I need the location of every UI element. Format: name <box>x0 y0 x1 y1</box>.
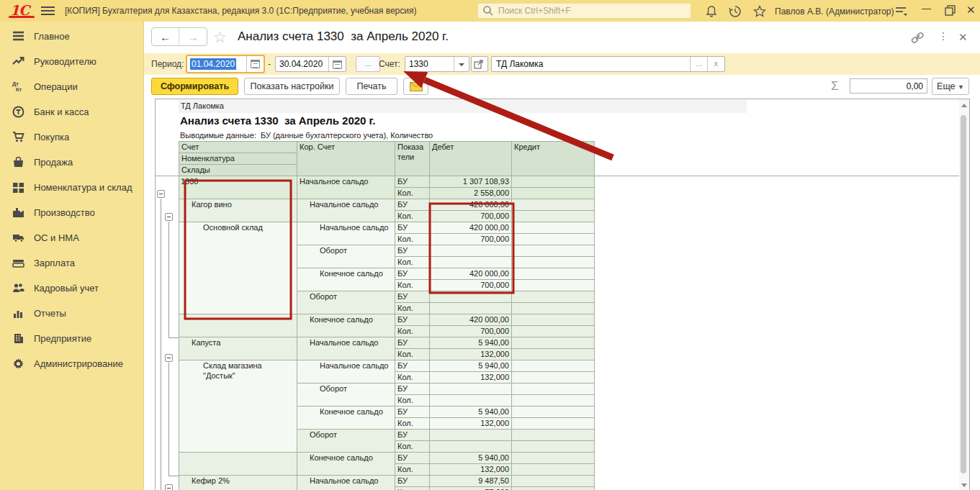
current-user[interactable]: Павлов А.В. (Администратор) <box>775 6 894 17</box>
sidebar-item-11[interactable]: Кадровый учет <box>0 282 144 301</box>
date-from-value: 01.04.2020 <box>190 58 236 70</box>
calendar-icon <box>333 60 342 69</box>
scroll-down-icon[interactable] <box>961 484 967 487</box>
cart-icon <box>12 131 24 143</box>
add-favorite-star-icon[interactable]: ☆ <box>213 29 227 46</box>
chart-icon <box>12 307 24 319</box>
report-cell <box>511 222 594 233</box>
search-icon <box>482 5 494 17</box>
sidebar-item-1[interactable]: Главное <box>0 30 144 49</box>
sidebar-item-6[interactable]: Продажа <box>0 156 144 175</box>
report-cell <box>429 291 511 302</box>
report-cell <box>511 233 594 245</box>
autosum-value-field[interactable]: 0,00 <box>850 78 927 94</box>
generate-report-button[interactable]: Сформировать <box>151 78 238 95</box>
report-cell <box>429 394 511 406</box>
sidebar-item-10[interactable]: Зарплата <box>0 257 144 276</box>
report-cell: Кол. <box>395 371 429 383</box>
more-button[interactable]: Еще ▼ <box>932 78 969 95</box>
report-cell <box>511 187 594 199</box>
group-collapse-button[interactable] <box>157 190 165 198</box>
coin-icon <box>12 106 24 118</box>
sidebar-item-5[interactable]: Покупка <box>0 131 144 150</box>
column-header: Номенклатура <box>179 153 297 164</box>
group-collapse-button[interactable] <box>165 213 173 221</box>
filter-bar: Период: 01.04.2020 - 30.04.2020 ... Счет… <box>144 53 980 75</box>
report-cell: БУ <box>395 314 429 325</box>
sidebar-item-label: Предприятие <box>34 333 91 344</box>
report-cell: Начальное сальдо <box>297 337 395 360</box>
people-icon <box>12 282 24 294</box>
report-cell: БУ <box>395 268 429 279</box>
account-open-button[interactable] <box>471 56 488 72</box>
date-to-field[interactable]: 30.04.2020 <box>275 56 346 72</box>
forward-button[interactable]: → <box>179 28 207 45</box>
scrollbar-thumb[interactable] <box>961 115 966 473</box>
choose-period-button[interactable]: ... <box>356 56 380 72</box>
report-cell <box>511 268 594 279</box>
report-toolbar: Сформировать Показать настройки Печать Σ… <box>144 75 980 99</box>
report-cell: Конечное сальдо <box>297 268 395 291</box>
report-subtitle: Выводимые данные: БУ (данные бухгалтерск… <box>180 131 433 140</box>
service-menu-icon[interactable] <box>895 6 909 17</box>
organization-clear-button[interactable]: x <box>707 57 724 71</box>
date-from-field[interactable]: 01.04.2020 <box>186 55 265 73</box>
close-form-icon[interactable]: ✕ <box>958 31 968 44</box>
sidebar-item-3[interactable]: ДтКтОперации <box>0 81 144 99</box>
group-collapse-button[interactable] <box>165 354 173 362</box>
report-cell: БУ <box>395 245 429 256</box>
vertical-scrollbar[interactable] <box>959 99 969 490</box>
report-organization: ТД Лакомка <box>181 101 224 110</box>
menu-icon <box>12 30 24 42</box>
close-window-button[interactable]: ✕ <box>966 4 976 17</box>
show-settings-button[interactable]: Показать настройки <box>244 78 340 95</box>
report-cell: 5 940,00 <box>429 406 511 417</box>
sidebar-item-13[interactable]: Предприятие <box>0 332 144 351</box>
column-header: Кредит <box>511 141 594 176</box>
report-cell: БУ <box>395 429 429 440</box>
account-field[interactable]: 1330 <box>405 56 469 72</box>
sections-panel: ГлавноеРуководителюДтКтОперацииБанк и ка… <box>0 22 144 490</box>
more-actions-kebab-icon[interactable]: ⋮ <box>938 30 948 42</box>
get-link-icon[interactable] <box>910 32 925 45</box>
sidebar-item-12[interactable]: Отчеты <box>0 307 144 326</box>
scroll-up-icon[interactable] <box>961 104 967 107</box>
report-cell: БУ <box>395 222 429 233</box>
report-cell: Конечное сальдо <box>297 406 395 429</box>
report-cell <box>511 245 594 256</box>
table-right-edge <box>594 141 595 490</box>
sidebar-item-9[interactable]: ОС и НМА <box>0 232 144 250</box>
report-cell: Кол. <box>395 463 429 475</box>
favorites-star-icon[interactable] <box>753 5 766 18</box>
sidebar-item-4[interactable]: Банк и касса <box>0 106 144 124</box>
date-to-calendar-button[interactable] <box>328 57 346 71</box>
restore-window-button[interactable] <box>945 5 956 16</box>
report-cell <box>511 452 594 463</box>
report-cell <box>511 337 594 348</box>
sidebar-item-7[interactable]: Номенклатура и склад <box>0 181 144 200</box>
autosum-icon[interactable]: Σ <box>831 79 839 94</box>
minimize-button[interactable]: — <box>922 3 932 19</box>
sidebar-item-14[interactable]: Администрирование <box>0 358 144 376</box>
report-cell: Кол. <box>395 417 429 429</box>
hamburger-menu-icon[interactable] <box>41 6 55 16</box>
report-cell <box>511 429 594 440</box>
notifications-bell-icon[interactable] <box>705 5 718 18</box>
report-cell: Начальное сальдо <box>297 176 395 199</box>
report-cell <box>511 210 594 222</box>
date-from-calendar-button[interactable] <box>246 56 264 72</box>
print-button[interactable]: Печать <box>346 78 397 95</box>
history-icon[interactable] <box>729 5 742 18</box>
sidebar-item-2[interactable]: Руководителю <box>0 55 144 74</box>
send-email-button[interactable] <box>403 78 428 95</box>
column-header: Склады <box>179 164 297 176</box>
report-cell: Начальное сальдо <box>297 222 395 245</box>
account-dropdown-button[interactable] <box>454 57 469 71</box>
back-button[interactable]: ← <box>152 28 179 45</box>
organization-field[interactable]: ТД Лакомка ... x <box>491 56 725 72</box>
report-cell: 5 940,00 <box>429 337 511 348</box>
report-cell: 5 940,00 <box>429 360 511 371</box>
sidebar-item-8[interactable]: Производство <box>0 207 144 225</box>
group-collapse-button[interactable] <box>165 484 173 490</box>
organization-choose-button[interactable]: ... <box>690 57 707 71</box>
